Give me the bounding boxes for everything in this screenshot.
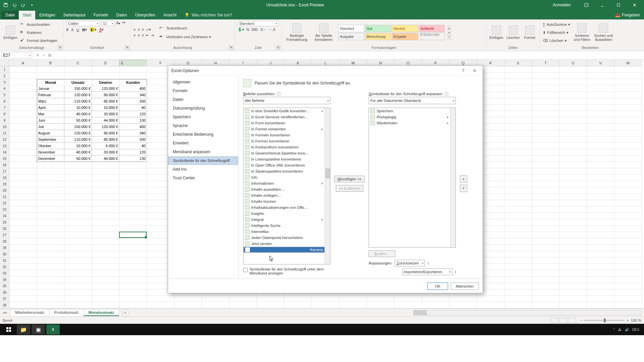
sheet-nav-last-icon[interactable]: ▸ [5, 310, 7, 315]
cell[interactable] [37, 175, 64, 181]
cell[interactable] [9, 175, 37, 181]
cell[interactable] [92, 257, 119, 264]
cell[interactable] [614, 168, 642, 175]
cell[interactable] [614, 136, 642, 143]
cell[interactable] [92, 289, 119, 296]
minimize-button[interactable] [595, 0, 610, 10]
cell[interactable] [614, 79, 642, 85]
cell[interactable] [559, 92, 587, 98]
cell[interactable] [532, 270, 559, 277]
cell[interactable] [119, 251, 147, 257]
fill-button[interactable]: ⬇Füllbereich ▾ [543, 29, 570, 36]
cell[interactable]: Gewinn [92, 79, 119, 85]
cell[interactable] [532, 85, 559, 92]
ribbon-display-options-icon[interactable] [579, 0, 594, 10]
cell[interactable] [119, 264, 147, 270]
cell[interactable] [9, 130, 37, 136]
cell[interactable] [614, 156, 642, 162]
tell-me[interactable]: 💡 Was möchten Sie tun? [180, 11, 236, 19]
cell[interactable] [559, 162, 587, 168]
cell[interactable] [504, 117, 532, 124]
cell[interactable] [339, 296, 367, 302]
cell[interactable]: 110.000 € [64, 98, 92, 105]
cell[interactable] [532, 226, 559, 232]
cell[interactable]: 10.000 € [64, 105, 92, 111]
cell[interactable] [532, 168, 559, 175]
cell[interactable] [92, 264, 119, 270]
cell[interactable] [532, 194, 559, 200]
cell[interactable]: Oktober [37, 143, 64, 149]
cell[interactable] [37, 257, 64, 264]
cell[interactable] [37, 187, 64, 194]
cell[interactable] [504, 251, 532, 257]
cell[interactable] [64, 257, 92, 264]
options-category[interactable]: Menüband anpassen [168, 147, 238, 156]
cell[interactable] [614, 85, 642, 92]
command-item[interactable]: In Form konvertieren [244, 120, 325, 126]
bold-button[interactable]: F [66, 28, 69, 32]
options-category[interactable]: Dokumentprüfung [168, 104, 238, 113]
cell[interactable] [587, 219, 614, 226]
column-header[interactable]: U [559, 60, 587, 66]
qat-customize-icon[interactable]: ▾ [30, 3, 34, 7]
cell[interactable] [339, 302, 367, 308]
format-as-table-button[interactable]: Als Tabelle formatieren [311, 21, 336, 44]
cell[interactable] [147, 296, 174, 302]
command-item[interactable]: Inhalte einfügen… [244, 192, 325, 198]
cell[interactable] [587, 194, 614, 200]
cell[interactable] [587, 130, 614, 136]
cell[interactable] [559, 143, 587, 149]
cell[interactable] [119, 289, 147, 296]
cell[interactable] [64, 277, 92, 283]
ok-button[interactable]: OK [427, 283, 448, 290]
cell[interactable] [504, 175, 532, 181]
cell[interactable] [92, 200, 119, 206]
cell[interactable] [559, 296, 587, 302]
cell[interactable] [614, 181, 642, 187]
cell[interactable] [532, 289, 559, 296]
cell[interactable] [532, 130, 559, 136]
cell[interactable] [9, 194, 37, 200]
cell[interactable] [532, 117, 559, 124]
cell[interactable] [504, 156, 532, 162]
cell[interactable] [37, 206, 64, 213]
cell[interactable] [229, 302, 257, 308]
cell[interactable] [587, 206, 614, 213]
cell[interactable] [614, 162, 642, 168]
taskbar-app[interactable]: ▣ [32, 324, 45, 335]
cell[interactable] [37, 251, 64, 257]
row-header[interactable]: 7 [0, 105, 9, 111]
cell[interactable] [174, 296, 202, 302]
cell[interactable]: November [37, 149, 64, 156]
cell[interactable] [312, 302, 339, 308]
cell[interactable] [587, 270, 614, 277]
cell[interactable] [532, 105, 559, 111]
command-item[interactable]: Jeden Datenpunkt hervorheben [244, 235, 325, 241]
cell[interactable]: 130 [119, 156, 147, 162]
row-header[interactable]: 3 [0, 79, 9, 85]
row-header[interactable]: 13 [0, 143, 9, 149]
cell[interactable] [559, 111, 587, 117]
cell[interactable] [532, 232, 559, 238]
cell[interactable] [504, 226, 532, 232]
cell[interactable] [504, 79, 532, 85]
cell[interactable] [64, 302, 92, 308]
choose-commands-combo[interactable]: Alle Befehle▾ [243, 97, 330, 104]
cell[interactable] [587, 85, 614, 92]
cell[interactable] [422, 302, 449, 308]
cell[interactable] [9, 73, 37, 79]
cell[interactable]: 44.000 € [92, 117, 119, 124]
cell[interactable] [92, 175, 119, 181]
cell[interactable] [37, 238, 64, 245]
cell[interactable] [9, 111, 37, 117]
insert-cells-button[interactable]: Einfügen [489, 21, 504, 44]
format-painter-button[interactable]: 🖌Format übertragen [20, 37, 57, 44]
accounting-format-icon[interactable]: 💲▾ [237, 27, 244, 32]
cell[interactable] [37, 232, 64, 238]
options-category[interactable]: Add-Ins [168, 165, 238, 174]
align-center-icon[interactable]: ≡ [138, 33, 140, 38]
cell[interactable] [37, 73, 64, 79]
border-button[interactable]: ▦▾ [82, 27, 87, 32]
find-select-button[interactable]: Suchen und Auswählen [594, 21, 613, 44]
tab-formeln[interactable]: Formeln [90, 11, 112, 19]
